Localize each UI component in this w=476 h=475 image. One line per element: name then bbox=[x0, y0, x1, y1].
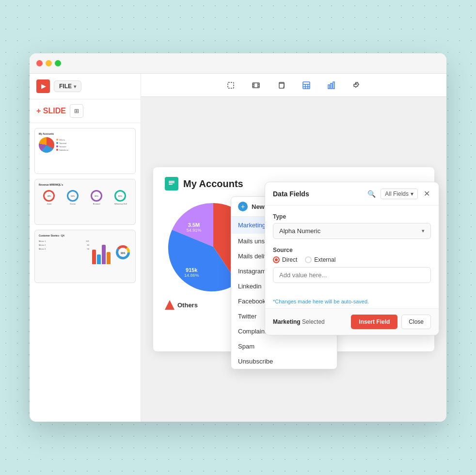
thumb2-label-3: Bestand bbox=[91, 203, 102, 205]
thumb2-title: Revenue MRR/MQL's bbox=[39, 183, 131, 186]
pie-pct-3: 14.86% bbox=[184, 273, 199, 278]
thumb3-chart bbox=[92, 240, 111, 264]
chart-icon[interactable] bbox=[324, 78, 339, 93]
svg-rect-20 bbox=[333, 82, 334, 89]
thumb1-title: My Accounts bbox=[39, 132, 131, 135]
slide-list: My Accounts Others Teamcal Yammer Salesf… bbox=[30, 123, 141, 422]
thumb2-circle-3: 36% bbox=[91, 190, 102, 202]
puzzle-icon[interactable] bbox=[349, 78, 365, 93]
close-button[interactable]: Close bbox=[401, 315, 431, 329]
layout-icon: ⊞ bbox=[74, 108, 79, 114]
copy-icon[interactable] bbox=[273, 78, 289, 93]
maximize-button[interactable] bbox=[55, 60, 61, 66]
svg-rect-19 bbox=[331, 83, 332, 89]
close-button[interactable] bbox=[36, 60, 43, 66]
add-slide-label: + SLIDE bbox=[36, 107, 66, 115]
dropdown-item-label: Linkedin bbox=[238, 283, 261, 290]
svg-text:101: 101 bbox=[120, 252, 126, 254]
dropdown-item-label: Instagram bbox=[238, 268, 266, 275]
search-icon[interactable]: 🔍 bbox=[367, 190, 376, 198]
selected-suffix: Selected bbox=[302, 318, 325, 325]
main-toolbar bbox=[141, 74, 446, 97]
thumb2-circle-2: 64% bbox=[67, 190, 79, 202]
data-fields-header: Data Fields 🔍 All Fields ▾ ✕ bbox=[265, 182, 439, 206]
data-fields-panel: Data Fields 🔍 All Fields ▾ ✕ bbox=[265, 182, 439, 335]
thumb2-label-1: Jannt bbox=[43, 203, 55, 205]
legend-item: Others bbox=[56, 139, 68, 141]
pie-value-3: 915k bbox=[184, 267, 199, 273]
footer-buttons: Insert Field Close bbox=[351, 315, 431, 329]
close-icon[interactable]: ✕ bbox=[423, 188, 431, 199]
pie-value-1: 3.5M bbox=[187, 222, 202, 228]
source-row: Source Direct bbox=[273, 247, 431, 283]
radio-label-direct: Direct bbox=[282, 256, 297, 263]
browser-titlebar bbox=[30, 53, 446, 74]
thumb3-donut: 101 bbox=[114, 244, 131, 261]
slide-thumbnail-3[interactable]: Customer Stories - Q4 Metric 1121 Metric… bbox=[34, 230, 136, 283]
svg-rect-13 bbox=[303, 82, 310, 89]
thumb2-metric-1: 48% Jannt bbox=[43, 190, 55, 205]
data-fields-header-right: 🔍 All Fields ▾ ✕ bbox=[367, 188, 431, 199]
thumb2-metric-2: 64% Ocean bbox=[67, 190, 79, 205]
data-fields-footer: Marketing Selected Insert Field Close bbox=[265, 308, 439, 335]
layout-button[interactable]: ⊞ bbox=[70, 104, 83, 118]
crop-icon[interactable] bbox=[223, 78, 238, 93]
legend-item: Yammer bbox=[56, 145, 68, 148]
type-select-value: Alpha Numeric bbox=[279, 227, 320, 235]
legend-item: Salesforce bbox=[56, 149, 68, 151]
autosave-text: *Changes made here will be auto-saved. bbox=[273, 299, 369, 304]
radio-inner-direct bbox=[275, 258, 278, 261]
radio-external[interactable]: External bbox=[305, 256, 335, 263]
select-arrow-icon: ▾ bbox=[422, 228, 425, 234]
traffic-lights bbox=[36, 60, 61, 66]
pie-pct-1: 54.91% bbox=[187, 228, 202, 233]
svg-rect-21 bbox=[169, 181, 175, 182]
pie-label-small: 915k 14.86% bbox=[184, 267, 199, 278]
radio-dot-direct bbox=[273, 256, 280, 263]
source-options: Direct External bbox=[273, 256, 431, 263]
dropdown-item-label: Spam bbox=[238, 343, 254, 350]
thumb2-circle-4: 81% bbox=[114, 190, 126, 202]
thumb1-legend: Others Teamcal Yammer Salesforce bbox=[56, 139, 68, 151]
plus-icon: + bbox=[238, 202, 248, 211]
slide-thumbnail-2[interactable]: Revenue MRR/MQL's 48% Jannt 64% Ocean 36… bbox=[34, 179, 136, 225]
thumb1-pie bbox=[39, 137, 54, 153]
slide-thumbnail-1[interactable]: My Accounts Others Teamcal Yammer Salesf… bbox=[34, 128, 136, 174]
canvas-area: My Accounts bbox=[141, 97, 446, 422]
sidebar: ▶ FILE ▾ + SLIDE ⊞ My Accounts bbox=[30, 74, 141, 422]
slide-header-icon bbox=[165, 177, 178, 190]
thumb2-metric-4: 81% Whitedust Sell bbox=[114, 190, 127, 205]
others-text: Others bbox=[177, 301, 198, 309]
radio-dot-external bbox=[305, 256, 312, 263]
radio-direct[interactable]: Direct bbox=[273, 256, 297, 263]
svg-rect-23 bbox=[169, 184, 173, 185]
minimize-button[interactable] bbox=[46, 60, 52, 66]
dropdown-item-label: Marketing bbox=[238, 222, 266, 229]
table-icon[interactable] bbox=[299, 78, 314, 93]
dropdown-item-unsubscribe[interactable]: Unsubscribe bbox=[231, 354, 337, 369]
add-slide-button[interactable]: + SLIDE bbox=[36, 107, 66, 115]
logo-symbol: ▶ bbox=[41, 83, 46, 90]
thumb2-label-4: Whitedust Sell bbox=[114, 203, 127, 205]
dropdown-item-label: Facebook bbox=[238, 298, 266, 305]
browser-window: ▶ FILE ▾ + SLIDE ⊞ My Accounts bbox=[30, 53, 446, 422]
legend-item: Teamcal bbox=[56, 142, 68, 144]
others-icon bbox=[165, 300, 175, 310]
insert-field-button[interactable]: Insert Field bbox=[351, 315, 397, 329]
dropdown-item-label: Unsubscribe bbox=[238, 358, 273, 365]
slide-canvas: My Accounts bbox=[153, 167, 434, 351]
value-input[interactable] bbox=[273, 267, 431, 283]
thumb3-title: Customer Stories - Q4 bbox=[39, 234, 131, 237]
dropdown-item-spam[interactable]: Spam bbox=[231, 339, 337, 354]
data-fields-title: Data Fields bbox=[273, 190, 309, 198]
svg-rect-4 bbox=[228, 82, 234, 88]
thumb2-circle-1: 48% bbox=[43, 190, 55, 202]
filter-button[interactable]: All Fields ▾ bbox=[381, 189, 418, 199]
source-label: Source bbox=[273, 247, 431, 253]
file-button[interactable]: FILE ▾ bbox=[54, 80, 81, 92]
thumb1-content: Others Teamcal Yammer Salesforce bbox=[39, 137, 131, 153]
film-icon[interactable] bbox=[248, 78, 264, 93]
file-label: FILE bbox=[59, 83, 72, 90]
type-select[interactable]: Alpha Numeric ▾ bbox=[273, 223, 431, 239]
selected-info: Marketing Selected bbox=[273, 318, 325, 325]
